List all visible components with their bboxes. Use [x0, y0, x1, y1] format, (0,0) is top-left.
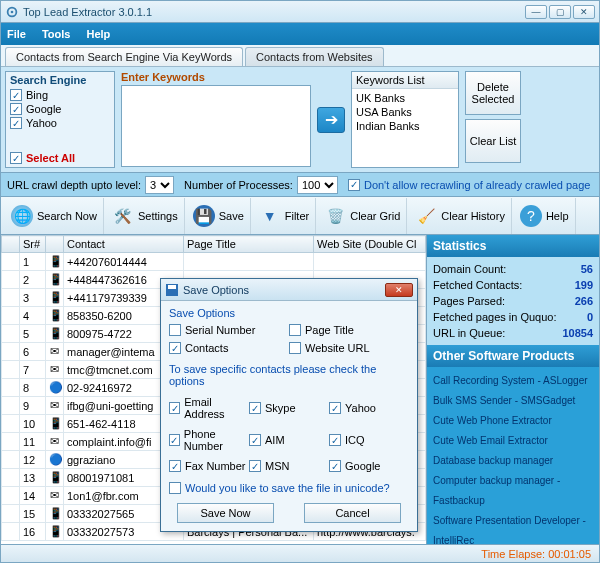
tab-websites[interactable]: Contacts from Websites	[245, 47, 384, 66]
sidebar: Statistics Domain Count:56 Fetched Conta…	[427, 235, 599, 544]
enter-keywords-label: Enter Keywords	[121, 71, 311, 85]
product-link[interactable]: Bulk SMS Sender - SMSGadget	[433, 391, 593, 411]
opt-websiteurl[interactable]: Website URL	[289, 341, 409, 355]
engine-bing[interactable]: ✓Bing	[10, 88, 110, 102]
menu-file[interactable]: File	[7, 28, 26, 40]
col-contact[interactable]: Contact	[64, 236, 184, 253]
delete-selected-button[interactable]: Delete Selected	[465, 71, 521, 115]
help-button[interactable]: ?Help	[514, 198, 576, 234]
opt-icq[interactable]: ✓ICQ	[329, 427, 409, 453]
titlebar: Top Lead Extractor 3.0.1.1 — ▢ ✕	[1, 1, 599, 23]
svg-point-1	[11, 10, 14, 13]
save-options-section-label: Save Options	[169, 305, 409, 323]
depth-label: URL crawl depth upto level: 3	[7, 176, 174, 194]
maximize-button[interactable]: ▢	[549, 5, 571, 19]
keywords-textarea[interactable]	[121, 85, 311, 167]
filter-button[interactable]: ▼Filter	[253, 198, 316, 234]
opt-contacts[interactable]: ✓Contacts	[169, 341, 289, 355]
svg-rect-3	[168, 285, 176, 289]
depth-select[interactable]: 3	[145, 176, 174, 194]
menubar: File Tools Help	[1, 23, 599, 45]
save-button[interactable]: 💾Save	[187, 198, 251, 234]
engine-google[interactable]: ✓Google	[10, 102, 110, 116]
tab-search-engine[interactable]: Contacts from Search Engine Via KeyWords	[5, 47, 243, 66]
add-keyword-button[interactable]: ➔	[317, 107, 345, 133]
save-icon: 💾	[193, 205, 215, 227]
col-sr[interactable]: Sr#	[20, 236, 46, 253]
keywords-list-header: Keywords List	[352, 72, 458, 89]
product-link[interactable]: Database backup manager	[433, 451, 593, 471]
col-rowhead[interactable]	[2, 236, 20, 253]
opt-aim[interactable]: ✓AIM	[249, 427, 329, 453]
search-now-button[interactable]: 🌐Search Now	[5, 198, 104, 234]
save-options-dialog: Save Options ✕ Save Options Serial Numbe…	[160, 278, 418, 532]
brush-icon: 🧹	[415, 205, 437, 227]
menu-tools[interactable]: Tools	[42, 28, 71, 40]
opt-unicode[interactable]: Would you like to save the file in unico…	[169, 481, 409, 495]
clear-history-button[interactable]: 🧹Clear History	[409, 198, 512, 234]
col-title[interactable]: Page Title	[184, 236, 314, 253]
recrawl-checkbox[interactable]: ✓Don't allow recrawling of already crawl…	[348, 178, 591, 192]
products-header: Other Software Products	[427, 345, 599, 367]
product-link[interactable]: Cute Web Phone Extractor	[433, 411, 593, 431]
tabstrip: Contacts from Search Engine Via KeyWords…	[1, 45, 599, 67]
keywords-list[interactable]: Keywords List UK Banks USA Banks Indian …	[351, 71, 459, 168]
app-icon	[5, 5, 19, 19]
product-link[interactable]: Call Recording System - ASLogger	[433, 371, 593, 391]
dialog-titlebar: Save Options ✕	[161, 279, 417, 301]
opt-google[interactable]: ✓Google	[329, 459, 409, 473]
minimize-button[interactable]: —	[525, 5, 547, 19]
cancel-button[interactable]: Cancel	[304, 503, 401, 523]
opt-skype[interactable]: ✓Skype	[249, 395, 329, 421]
opt-phone[interactable]: ✓Phone Number	[169, 427, 249, 453]
opt-fax[interactable]: ✓Fax Number	[169, 459, 249, 473]
clear-grid-button[interactable]: 🗑️Clear Grid	[318, 198, 407, 234]
opt-email[interactable]: ✓Email Address	[169, 395, 249, 421]
settings-button[interactable]: 🛠️Settings	[106, 198, 185, 234]
opt-pagetitle[interactable]: Page Title	[289, 323, 409, 337]
close-button[interactable]: ✕	[573, 5, 595, 19]
engine-header: Search Engine	[10, 74, 110, 88]
proc-select[interactable]: 100	[297, 176, 338, 194]
toolbar: 🌐Search Now 🛠️Settings 💾Save ▼Filter 🗑️C…	[1, 197, 599, 235]
opt-msn[interactable]: ✓MSN	[249, 459, 329, 473]
col-site[interactable]: Web Site (Double Cl	[314, 236, 426, 253]
keywords-entry: Enter Keywords	[121, 71, 311, 168]
opt-yahoo[interactable]: ✓Yahoo	[329, 395, 409, 421]
product-link[interactable]: Cute Web Email Extractor	[433, 431, 593, 451]
window-title: Top Lead Extractor 3.0.1.1	[23, 6, 525, 18]
menu-help[interactable]: Help	[86, 28, 110, 40]
filter-icon: ▼	[259, 205, 281, 227]
product-link[interactable]: Computer backup manager - Fastbackup	[433, 471, 593, 511]
keywords-list-items: UK Banks USA Banks Indian Banks	[352, 89, 458, 135]
search-panel: Search Engine ✓Bing ✓Google ✓Yahoo ✓Sele…	[1, 67, 599, 173]
statusbar: Time Elapse: 00:01:05	[1, 544, 599, 562]
stats-panel: Domain Count:56 Fetched Contacts:199 Pag…	[427, 257, 599, 345]
products-list: Call Recording System - ASLoggerBulk SMS…	[427, 367, 599, 555]
trash-icon: 🗑️	[324, 205, 346, 227]
engine-select-all[interactable]: ✓Select All	[10, 151, 110, 165]
dialog-title: Save Options	[183, 284, 385, 296]
tools-icon: 🛠️	[112, 205, 134, 227]
table-row[interactable]: 1📱+442076014444	[2, 253, 426, 271]
save-icon	[165, 283, 179, 297]
save-now-button[interactable]: Save Now	[177, 503, 274, 523]
proc-label: Number of Processes: 100	[184, 176, 338, 194]
opt-serial[interactable]: Serial Number	[169, 323, 289, 337]
stats-header: Statistics	[427, 235, 599, 257]
clear-list-button[interactable]: Clear List	[465, 119, 521, 163]
help-icon: ?	[520, 205, 542, 227]
engine-yahoo[interactable]: ✓Yahoo	[10, 116, 110, 130]
time-elapse: Time Elapse: 00:01:05	[481, 548, 591, 560]
globe-icon: 🌐	[11, 205, 33, 227]
specific-contacts-label: To save specific contacts please check t…	[169, 361, 409, 391]
engine-groupbox: Search Engine ✓Bing ✓Google ✓Yahoo ✓Sele…	[5, 71, 115, 168]
crawl-controls: URL crawl depth upto level: 3 Number of …	[1, 173, 599, 197]
dialog-close-button[interactable]: ✕	[385, 283, 413, 297]
